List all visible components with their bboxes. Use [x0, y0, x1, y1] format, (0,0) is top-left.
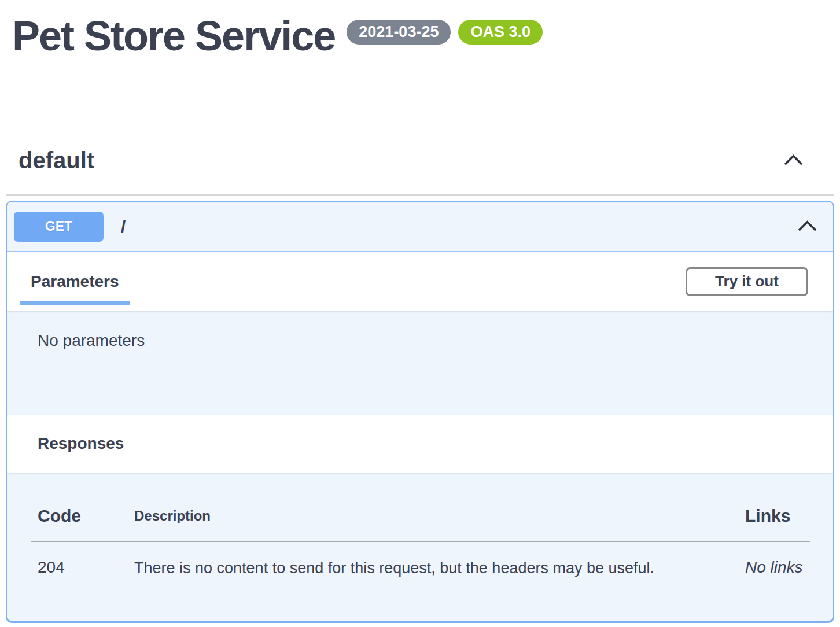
operation-summary[interactable]: GET / — [7, 202, 833, 252]
response-description: There is no content to send for this req… — [134, 558, 745, 578]
http-method-badge: GET — [14, 212, 104, 242]
chevron-up-icon[interactable] — [783, 153, 804, 169]
version-badge: 2021-03-25 — [347, 20, 451, 45]
tag-section-header[interactable]: default — [6, 147, 834, 196]
responses-header: Responses — [7, 415, 833, 473]
operation-block-get: GET / Parameters Try it out No parameter… — [6, 201, 834, 623]
column-header-description: Description — [134, 508, 745, 526]
oas-version-badge: OAS 3.0 — [458, 20, 543, 45]
operation-path: / — [121, 217, 126, 237]
chevron-up-icon[interactable] — [797, 219, 818, 235]
title-badges: 2021-03-25 OAS 3.0 — [347, 20, 543, 45]
try-it-out-button[interactable]: Try it out — [686, 267, 808, 296]
responses-table-header-row: Code Description Links — [31, 506, 810, 526]
page-header: Pet Store Service 2021-03-25 OAS 3.0 — [0, 0, 840, 60]
response-code: 204 — [38, 558, 134, 577]
column-header-links: Links — [745, 506, 810, 526]
table-header-divider — [31, 541, 810, 542]
responses-table: Code Description Links 204 There is no c… — [7, 473, 833, 578]
column-header-code: Code — [38, 506, 134, 526]
parameters-header: Parameters Try it out — [7, 252, 833, 311]
no-parameters-text: No parameters — [7, 311, 833, 415]
tag-section-title: default — [19, 147, 94, 174]
tab-parameters[interactable]: Parameters — [20, 252, 130, 311]
response-row-204: 204 There is no content to send for this… — [31, 558, 810, 578]
responses-title: Responses — [38, 434, 124, 453]
page-title: Pet Store Service — [12, 12, 335, 60]
response-links: No links — [745, 558, 810, 577]
